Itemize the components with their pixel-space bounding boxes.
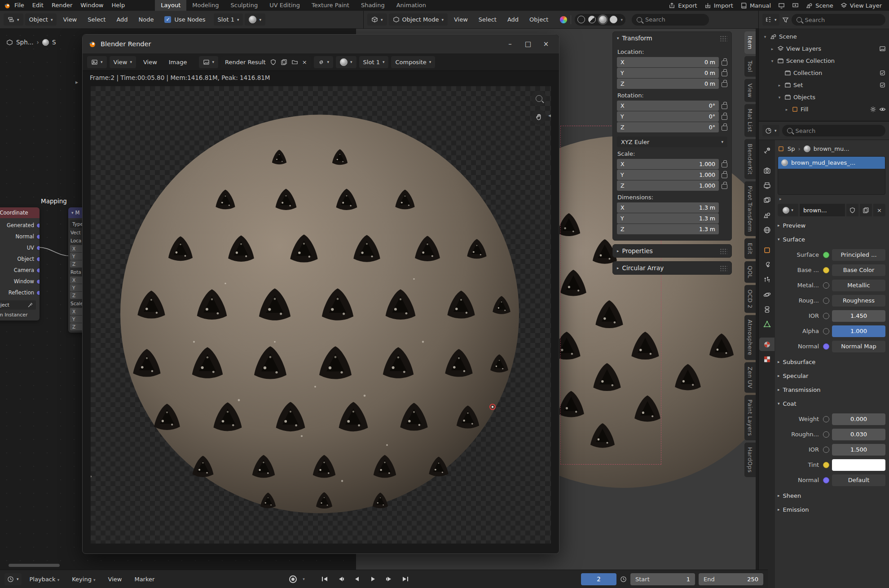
tab-texture[interactable]: [759, 352, 775, 366]
tab-particles[interactable]: [759, 273, 775, 286]
auto-keying-button[interactable]: [286, 573, 299, 585]
metallic-button[interactable]: Metallic: [832, 280, 885, 291]
workspace-tab-layout[interactable]: Layout: [155, 0, 186, 11]
blender-logo-icon[interactable]: [4, 2, 10, 9]
preview-section-header[interactable]: ▸Preview: [778, 219, 885, 232]
vp-menu-object[interactable]: Object: [525, 16, 553, 23]
filter-funnel-icon[interactable]: [782, 17, 789, 23]
display-channels-button[interactable]: ▾: [336, 56, 356, 68]
socket-icon[interactable]: [36, 268, 40, 273]
output-window[interactable]: Window: [0, 276, 40, 287]
solid-shading-icon[interactable]: [588, 16, 596, 23]
tab-mat-list[interactable]: Mat List: [744, 104, 756, 136]
location-z-field[interactable]: Z0 m: [617, 79, 719, 89]
unlink-material-button[interactable]: ×: [873, 204, 885, 216]
tab-object[interactable]: [759, 243, 775, 257]
lock-icon[interactable]: [722, 82, 727, 87]
coat-tint-swatch[interactable]: [832, 459, 885, 471]
panel-grip[interactable]: [720, 265, 727, 271]
workspace-tab-texture-paint[interactable]: Texture Paint: [306, 0, 355, 11]
dimensions-x-field[interactable]: X1.3 m: [617, 202, 719, 213]
open-folder-icon[interactable]: [291, 59, 298, 66]
outliner-row-fill[interactable]: ▸ Fill: [759, 103, 889, 115]
rotation-y-field[interactable]: Y0°: [617, 111, 719, 122]
use-nodes-toggle[interactable]: ✓ Use Nodes: [164, 16, 205, 23]
shader-menu-node[interactable]: Node: [134, 16, 158, 23]
input-socket-icon[interactable]: [823, 447, 829, 453]
panel-grip[interactable]: [720, 35, 727, 41]
frame-end-field[interactable]: End250: [699, 573, 763, 585]
coat-roughness-slider[interactable]: 0.030: [832, 429, 885, 440]
vp-menu-view[interactable]: View: [449, 16, 472, 23]
material-browse-button[interactable]: ▾: [245, 13, 265, 26]
shader-menu-select[interactable]: Select: [83, 16, 110, 23]
outliner-row-scene-collection[interactable]: ▾ Scene Collection: [759, 55, 889, 67]
slot-dropdown[interactable]: Slot 1▾: [359, 56, 389, 68]
menu-file[interactable]: File: [10, 0, 28, 11]
lock-icon[interactable]: [722, 184, 727, 189]
output-object[interactable]: Object: [0, 253, 40, 264]
outliner-row-objects[interactable]: ▾ Objects: [759, 91, 889, 103]
ior-slider[interactable]: 1.450: [832, 310, 885, 322]
input-socket-icon[interactable]: [823, 313, 829, 319]
surface-section-header[interactable]: ▾Surface: [778, 233, 885, 246]
object-eyedropper-field[interactable]: Object: [0, 300, 36, 310]
material-name-field[interactable]: brown...: [800, 204, 845, 216]
properties-search-input[interactable]: Search: [782, 125, 885, 136]
workspace-tab-sculpting[interactable]: Sculpting: [224, 0, 264, 11]
screen-icon[interactable]: [778, 2, 785, 9]
play-reverse-button[interactable]: [351, 573, 363, 585]
input-socket-icon[interactable]: [823, 328, 829, 334]
rwin-menu-view[interactable]: View: [139, 59, 162, 66]
render-pass-dropdown[interactable]: Composite▾: [391, 56, 435, 68]
input-socket-icon[interactable]: [823, 298, 829, 304]
lock-icon[interactable]: [722, 126, 727, 131]
tab-material[interactable]: [759, 338, 775, 351]
scale-y-field[interactable]: Y1.000: [617, 170, 719, 180]
color-wheel-icon[interactable]: [560, 16, 567, 23]
horizontal-scrollbar[interactable]: [9, 564, 60, 567]
tab-view-layer[interactable]: [759, 193, 775, 207]
frame-start-field[interactable]: Start1: [630, 573, 695, 585]
tab-render[interactable]: [759, 164, 775, 177]
tab-tool[interactable]: Tool: [744, 56, 756, 77]
new-material-button[interactable]: [860, 204, 872, 216]
transform-panel-header[interactable]: ▾Transform: [613, 32, 731, 44]
texture-coordinate-node[interactable]: ure Coordinate Generated Normal UV Objec…: [0, 207, 40, 320]
workspace-tab-modeling[interactable]: Modeling: [186, 0, 224, 11]
visibility-eye-icon[interactable]: [879, 106, 886, 113]
scene-selector[interactable]: Scene: [806, 2, 833, 9]
scale-x-field[interactable]: X1.000: [617, 159, 719, 169]
vector-socket-icon[interactable]: [823, 343, 829, 350]
subsurface-section-header[interactable]: ▸Subsurface: [778, 355, 885, 368]
wireframe-shading-icon[interactable]: [577, 16, 585, 23]
breadcrumb-object[interactable]: Sph...: [16, 39, 34, 46]
properties-editor-type-button[interactable]: ▾: [762, 125, 779, 136]
base-color-button[interactable]: Base Color: [832, 264, 885, 276]
menu-render[interactable]: Render: [48, 0, 76, 11]
coat-section-header[interactable]: ▾Coat: [778, 397, 885, 410]
input-socket-icon[interactable]: [823, 267, 829, 273]
pan-hand-icon[interactable]: [531, 110, 546, 125]
material-preview-icon[interactable]: [599, 16, 607, 23]
shader-menu-add[interactable]: Add: [112, 16, 132, 23]
input-socket-icon[interactable]: [823, 416, 829, 422]
prev-keyframe-button[interactable]: [334, 573, 347, 585]
circular-array-panel-header[interactable]: ▸Circular Array: [613, 262, 731, 274]
material-slot-dropdown[interactable]: Slot 1▾: [214, 13, 243, 26]
jump-start-button[interactable]: [318, 573, 331, 585]
sidebar-collapse-arrow[interactable]: ◂: [548, 112, 551, 118]
current-frame-field[interactable]: 2: [581, 573, 616, 585]
unlink-icon[interactable]: ×: [302, 59, 307, 66]
coat-normal-button[interactable]: Default: [832, 474, 885, 486]
tab-zen-uv[interactable]: Zen UV: [744, 362, 756, 393]
vp-menu-add[interactable]: Add: [503, 16, 523, 23]
tab-world[interactable]: [759, 223, 775, 237]
pin-button[interactable]: ▾: [314, 56, 334, 68]
socket-icon[interactable]: [36, 246, 40, 250]
menu-edit[interactable]: Edit: [28, 0, 48, 11]
shader-socket-icon[interactable]: [823, 252, 829, 258]
zoom-icon[interactable]: [531, 91, 546, 106]
output-reflection[interactable]: Reflection: [0, 287, 40, 298]
socket-icon[interactable]: [36, 257, 40, 262]
